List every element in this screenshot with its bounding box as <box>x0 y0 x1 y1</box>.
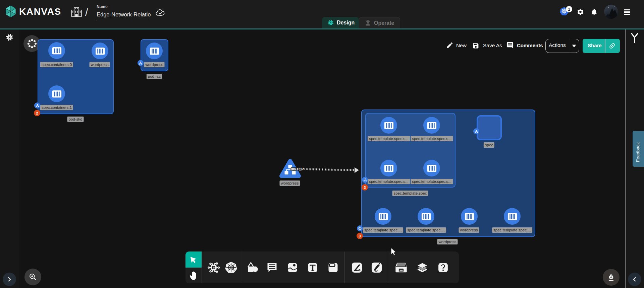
svg-text:80/TCP: 80/TCP <box>291 167 304 171</box>
